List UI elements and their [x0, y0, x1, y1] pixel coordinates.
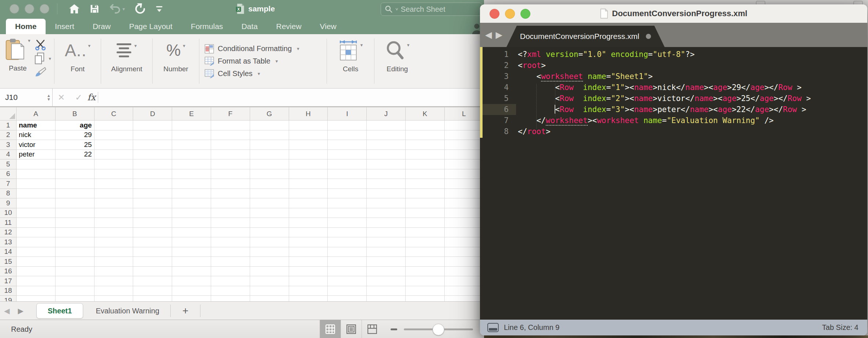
- cell-K5[interactable]: [406, 159, 445, 169]
- cell-I9[interactable]: [328, 198, 367, 208]
- cell-I1[interactable]: [328, 121, 367, 130]
- cell-F15[interactable]: [211, 257, 250, 267]
- cell-G1[interactable]: [250, 121, 289, 130]
- cell-G4[interactable]: [250, 150, 289, 160]
- cell-B12[interactable]: [56, 228, 95, 238]
- cell-E17[interactable]: [172, 276, 211, 286]
- cell-C16[interactable]: [95, 267, 134, 277]
- cell-A2[interactable]: nick: [17, 130, 56, 140]
- conditional-formatting-button[interactable]: Conditional Formatting ▾: [204, 44, 321, 54]
- cell-J2[interactable]: [367, 130, 406, 140]
- cell-C6[interactable]: [95, 169, 134, 179]
- row-header-9[interactable]: 9: [0, 198, 17, 208]
- cell-L3[interactable]: [445, 140, 484, 150]
- cell-K15[interactable]: [406, 257, 445, 267]
- cell-H6[interactable]: [289, 169, 328, 179]
- cell-H5[interactable]: [289, 159, 328, 169]
- cell-E14[interactable]: [172, 247, 211, 257]
- cell-C1[interactable]: [95, 121, 134, 130]
- cell-styles-dropdown-icon[interactable]: ▾: [258, 71, 260, 76]
- cell-G5[interactable]: [250, 159, 289, 169]
- cell-D9[interactable]: [133, 198, 172, 208]
- number-dropdown-icon[interactable]: ▾: [183, 43, 185, 48]
- line-number[interactable]: 8: [480, 126, 516, 137]
- cell-E13[interactable]: [172, 237, 211, 247]
- cell-H3[interactable]: [289, 140, 328, 150]
- cell-G15[interactable]: [250, 257, 289, 267]
- cut-button[interactable]: [34, 39, 51, 50]
- cell-L1[interactable]: [445, 121, 484, 130]
- line-number[interactable]: 5: [480, 93, 516, 104]
- undo-dropdown-icon[interactable]: ▾: [122, 6, 125, 12]
- cell-A18[interactable]: [17, 286, 56, 296]
- cell-H1[interactable]: [289, 121, 328, 130]
- cell-A17[interactable]: [17, 276, 56, 286]
- cell-C5[interactable]: [95, 159, 134, 169]
- cell-H10[interactable]: [289, 208, 328, 218]
- cell-H18[interactable]: [289, 286, 328, 296]
- cell-A12[interactable]: [17, 228, 56, 238]
- cell-G16[interactable]: [250, 267, 289, 277]
- format-as-table-button[interactable]: Format as Table ▾: [204, 57, 321, 66]
- cell-K6[interactable]: [406, 169, 445, 179]
- sheet-tab-evaluation-warning[interactable]: Evaluation Warning: [85, 303, 170, 318]
- row-header-16[interactable]: 16: [0, 267, 17, 277]
- cell-B3[interactable]: 25: [56, 140, 95, 150]
- cell-J14[interactable]: [367, 247, 406, 257]
- select-all-corner[interactable]: [0, 107, 17, 121]
- forward-tab-icon[interactable]: ▶: [495, 30, 502, 40]
- cell-E19[interactable]: [172, 296, 211, 301]
- code-text[interactable]: </root>: [516, 126, 551, 137]
- cell-J18[interactable]: [367, 286, 406, 296]
- code-area[interactable]: 1<?xml version="1.0" encoding="utf-8"?>2…: [480, 47, 867, 320]
- cell-G2[interactable]: [250, 130, 289, 140]
- cell-I2[interactable]: [328, 130, 367, 140]
- formula-input[interactable]: [98, 89, 484, 106]
- cell-K17[interactable]: [406, 276, 445, 286]
- zoom-slider-knob[interactable]: [433, 324, 444, 335]
- code-text[interactable]: <Row index="2"><name>victor</name><age>2…: [516, 93, 811, 104]
- row-header-11[interactable]: 11: [0, 218, 17, 228]
- cell-B5[interactable]: [56, 159, 95, 169]
- cell-F1[interactable]: [211, 121, 250, 130]
- editing-group[interactable]: ▾ Editing: [374, 34, 420, 88]
- undo-icon[interactable]: ▾: [109, 4, 125, 14]
- cell-E18[interactable]: [172, 286, 211, 296]
- cell-I4[interactable]: [328, 150, 367, 160]
- cell-J4[interactable]: [367, 150, 406, 160]
- cell-C12[interactable]: [95, 228, 134, 238]
- cell-K9[interactable]: [406, 198, 445, 208]
- format-painter-button[interactable]: [34, 66, 51, 78]
- cell-C2[interactable]: [95, 130, 134, 140]
- cell-A16[interactable]: [17, 267, 56, 277]
- add-sheet-button[interactable]: +: [171, 305, 200, 317]
- cell-H16[interactable]: [289, 267, 328, 277]
- cell-D5[interactable]: [133, 159, 172, 169]
- cell-B6[interactable]: [56, 169, 95, 179]
- cell-E16[interactable]: [172, 267, 211, 277]
- tab-size-setting[interactable]: Tab Size: 4: [822, 323, 858, 332]
- line-number[interactable]: 7: [480, 115, 516, 126]
- row-header-19[interactable]: 19: [0, 296, 17, 301]
- editor-tab-active[interactable]: DocumentConversionProgress.xml: [506, 26, 665, 47]
- cell-I6[interactable]: [328, 169, 367, 179]
- cell-I11[interactable]: [328, 218, 367, 228]
- cells-group[interactable]: ▾ Cells: [327, 34, 374, 88]
- cell-C4[interactable]: [95, 150, 134, 160]
- cell-K8[interactable]: [406, 189, 445, 199]
- cells-dropdown-icon[interactable]: ▾: [360, 42, 363, 48]
- code-text[interactable]: <worksheet name="Sheet1">: [516, 71, 653, 82]
- cell-C3[interactable]: [95, 140, 134, 150]
- cell-F18[interactable]: [211, 286, 250, 296]
- cell-G7[interactable]: [250, 179, 289, 189]
- cell-E2[interactable]: [172, 130, 211, 140]
- column-header-g[interactable]: G: [250, 107, 289, 121]
- cell-F12[interactable]: [211, 228, 250, 238]
- cell-H17[interactable]: [289, 276, 328, 286]
- cell-B2[interactable]: 29: [56, 130, 95, 140]
- next-sheet-icon[interactable]: ▶: [18, 306, 23, 315]
- customize-toolbar-icon[interactable]: [155, 4, 163, 13]
- ribbon-tab-data[interactable]: Data: [232, 19, 267, 34]
- cell-I13[interactable]: [328, 237, 367, 247]
- cell-D8[interactable]: [133, 189, 172, 199]
